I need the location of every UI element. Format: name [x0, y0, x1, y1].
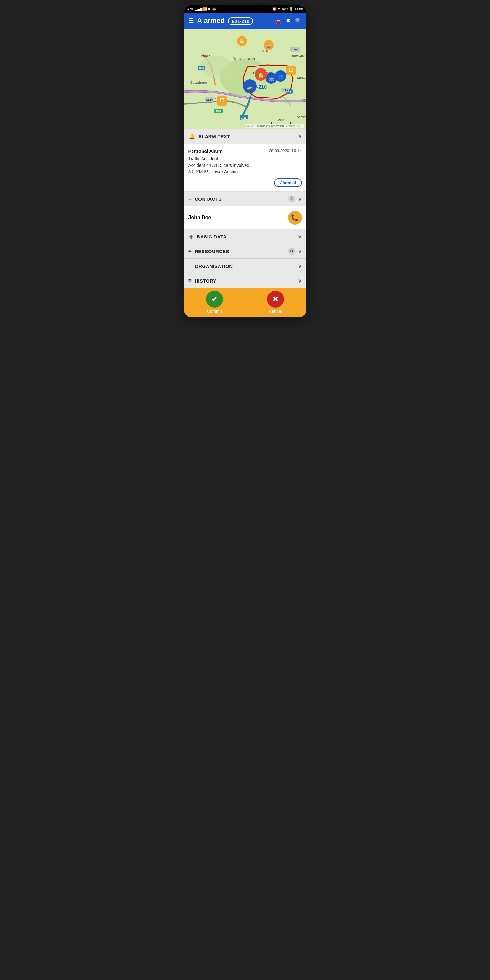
organisation-chevron: ∨: [298, 262, 302, 269]
bell-icon: 🔔: [188, 133, 195, 140]
ressources-badge: 11: [288, 248, 295, 255]
alarmed-badge[interactable]: Alarmed: [274, 178, 302, 187]
alarm-text-header[interactable]: 🔔 ALARM TEXT ∧: [184, 129, 306, 144]
alarm-type: Traffic Accident: [188, 156, 302, 162]
status-right: ⏰ ✱ 40% 🔋 11:55: [272, 7, 303, 11]
svg-text:Schwabendörfl: Schwabendörfl: [297, 115, 306, 119]
signal-icon: ▂▄▆: [195, 7, 202, 11]
carrier: 3 AT: [187, 7, 194, 11]
app-header: ☰ Alarmed E21-210 🚗 ✖ 🔍: [184, 13, 306, 29]
alarm-text-content: Personal Alarm 28.03.2020, 16:14 Traffic…: [184, 144, 306, 192]
organisation-title: ORGANISATION: [195, 263, 298, 269]
svg-text:L2013: L2013: [291, 48, 299, 51]
status-left: 3 AT ▂▄▆ 📶 ▶ 🦊: [187, 7, 216, 11]
svg-text:Neulengbach: Neulengbach: [232, 57, 255, 61]
contacts-badge: 1: [288, 196, 295, 202]
basic-data-chevron: ∨: [298, 233, 302, 240]
alarm-text-chevron: ∧: [298, 133, 302, 140]
call-button[interactable]: 📞: [288, 211, 302, 224]
search-icon[interactable]: 🔍: [295, 17, 302, 24]
svg-text:E60: E60: [216, 110, 221, 113]
commit-action[interactable]: ✔ Commit: [206, 291, 223, 313]
svg-text:Rekawinkel: Rekawinkel: [291, 54, 306, 58]
wifi-icon: 📶: [203, 7, 208, 11]
cancel-icon: ✖: [272, 295, 279, 304]
basic-data-icon: ▦: [188, 233, 194, 240]
alarm-title-row: Personal Alarm 28.03.2020, 16:14: [188, 148, 302, 154]
contact-row: John Doe 📞: [184, 206, 306, 229]
car-icon[interactable]: 🚗: [275, 17, 282, 24]
cancel-circle[interactable]: ✖: [267, 291, 284, 308]
basic-data-section-header[interactable]: ▦ BASIC DATA ∨: [184, 229, 306, 244]
alarm-text-title: ALARM TEXT: [199, 134, 298, 139]
cancel-label: Cancel: [269, 309, 282, 313]
battery-pct: 40%: [281, 7, 288, 11]
basic-data-title: BASIC DATA: [197, 234, 298, 239]
ressources-chevron: ∨: [298, 248, 302, 255]
menu-button[interactable]: ☰: [188, 17, 194, 24]
alarm-status-row: Alarmed: [188, 178, 302, 187]
history-chevron: ∨: [298, 277, 302, 284]
svg-text:zbach: zbach: [201, 54, 210, 58]
history-section-header[interactable]: ≡ HISTORY ∨: [184, 274, 306, 288]
ressources-icon: ≡: [188, 248, 192, 255]
svg-text:🎞: 🎞: [220, 98, 224, 103]
bluetooth-icon: ✱: [277, 7, 280, 11]
contacts-icon: ≡: [188, 196, 192, 202]
phone-frame: 3 AT ▂▄▆ 📶 ▶ 🦊 ⏰ ✱ 40% 🔋 11:55 ☰ Alarmed…: [184, 5, 306, 317]
svg-text:🚁: 🚁: [247, 84, 253, 90]
time: 11:55: [294, 7, 303, 11]
app-title: Alarmed E21-210: [197, 17, 272, 25]
map-svg: zbach Neulengbach STEIN Rekawinkel Götzw…: [184, 29, 306, 129]
cancel-action[interactable]: ✖ Cancel: [267, 291, 284, 313]
header-icons: 🚗 ✖ 🔍: [275, 17, 302, 24]
history-icon: ≡: [188, 278, 192, 284]
svg-text:B44: B44: [199, 67, 204, 70]
svg-text:Götzwiesen: Götzwiesen: [190, 81, 207, 84]
alarm-name: Personal Alarm: [188, 148, 223, 154]
alarm-icon: ⏰: [272, 7, 277, 11]
map-copyright: © 2019 Microsoft Corporation, © 2019 HER…: [246, 124, 304, 128]
alarm-description: Accident on A1. 5 cars involved,A1, KM 6…: [188, 162, 302, 175]
svg-text:2km: 2km: [278, 118, 284, 122]
contacts-section-header[interactable]: ≡ CONTACTS 1 ∨: [184, 192, 306, 206]
organisation-section-header[interactable]: ≡ ORGANISATION ∨: [184, 259, 306, 274]
history-title: HISTORY: [195, 278, 298, 283]
contacts-title: CONTACTS: [195, 196, 288, 202]
notification-icon: 🦊: [212, 7, 216, 11]
commit-icon: ✔: [211, 295, 218, 304]
svg-text:-210: -210: [257, 84, 267, 90]
svg-text:🎞: 🎞: [288, 67, 293, 72]
svg-text:🔔: 🔔: [258, 72, 264, 78]
organisation-icon: ≡: [188, 263, 192, 269]
svg-text:A21: A21: [241, 116, 247, 119]
event-badge: E21-210: [228, 17, 253, 25]
svg-text:L124: L124: [206, 98, 213, 101]
play-icon: ▶: [208, 7, 211, 11]
contact-name: John Doe: [188, 215, 288, 220]
ressources-section-header[interactable]: ≡ RESSOURCES 11 ∨: [184, 244, 306, 259]
map-container[interactable]: zbach Neulengbach STEIN Rekawinkel Götzw…: [184, 29, 306, 129]
svg-text:ach: ach: [306, 92, 306, 95]
svg-text:🏛: 🏛: [240, 38, 244, 44]
contacts-chevron: ∨: [298, 196, 302, 202]
battery-icon: 🔋: [289, 7, 293, 11]
ressources-title: RESSOURCES: [195, 249, 288, 254]
svg-text:L126: L126: [281, 89, 288, 92]
satellite-icon[interactable]: ✖: [286, 17, 291, 24]
alarm-date: 28.03.2020, 16:14: [269, 148, 302, 153]
commit-label: Commit: [207, 309, 222, 313]
commit-circle[interactable]: ✔: [206, 291, 223, 308]
svg-text:🏭: 🏭: [266, 43, 271, 48]
svg-text:Dürrw.: Dürrw.: [297, 76, 306, 80]
svg-text:STEIN: STEIN: [259, 49, 268, 53]
svg-text:🚌: 🚌: [268, 76, 274, 81]
bottom-bar: ✔ Commit ✖ Cancel: [184, 288, 306, 317]
status-bar: 3 AT ▂▄▆ 📶 ▶ 🦊 ⏰ ✱ 40% 🔋 11:55: [184, 5, 306, 13]
svg-text:👥: 👥: [278, 74, 283, 79]
